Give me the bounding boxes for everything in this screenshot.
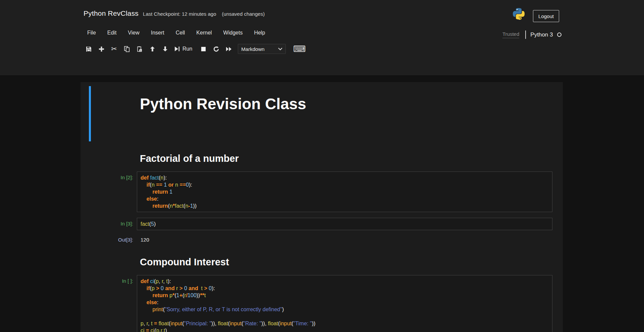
code-token: : [157, 196, 158, 202]
code-token: input [280, 321, 291, 326]
code-token: , [144, 321, 147, 326]
code-token: , [159, 278, 162, 284]
code-token: ) [282, 307, 284, 312]
code-token: if [147, 285, 150, 291]
code-token: float [218, 321, 228, 326]
code-token [141, 189, 153, 195]
restart-kernel-button[interactable] [212, 44, 220, 54]
code-token: else [147, 196, 157, 202]
save-icon [86, 46, 92, 52]
code-line: return(n*fact(n-1)) [141, 202, 549, 209]
code-token: "Rate: " [243, 321, 261, 326]
save-button[interactable] [85, 44, 92, 54]
keyboard-shortcuts-button[interactable]: ⌨ [293, 44, 306, 54]
code-token: fact [175, 203, 183, 209]
menu-file[interactable]: File [87, 30, 96, 36]
code-token: 0 [209, 285, 212, 291]
code-line: print("Sorry, either of P, R, or T is no… [141, 306, 549, 313]
unsaved-changes-label: (unsaved changes) [222, 11, 265, 17]
code-input[interactable]: fact(5) [137, 218, 552, 230]
code-token: : [157, 300, 158, 305]
code-token: fact [150, 175, 159, 181]
code-token: p [156, 328, 159, 332]
code-cell[interactable]: In [3]:fact(5)Out[3]:120 [80, 218, 563, 245]
code-token: t [204, 292, 206, 298]
markdown-cell[interactable]: Compound Interest [80, 245, 563, 275]
run-cell-button[interactable]: Run [174, 44, 192, 54]
menu-view[interactable]: View [128, 30, 139, 36]
code-token: ) [165, 328, 167, 332]
code-token: 0 [184, 285, 187, 291]
code-token: else [147, 300, 157, 305]
code-token: 1 [164, 182, 167, 188]
restart-run-all-button[interactable] [225, 44, 232, 54]
code-token: def [141, 175, 150, 181]
code-token [141, 300, 147, 305]
code-token [141, 314, 142, 319]
menu-bar: File Edit View Insert Cell Kernel Widget… [87, 30, 265, 36]
interrupt-kernel-button[interactable] [200, 44, 207, 54]
code-token: ): [168, 278, 171, 284]
code-token: 0 [161, 285, 164, 291]
code-token: p [169, 292, 172, 298]
paste-cells-button[interactable] [136, 44, 143, 54]
menu-edit[interactable]: Edit [107, 30, 117, 36]
menu-cell[interactable]: Cell [176, 30, 185, 36]
code-line: return p*(1+(r/100))**t [141, 292, 549, 299]
notebook-title[interactable]: Python RevClass [84, 9, 139, 17]
markdown-cell[interactable]: Factorial of a number [80, 141, 563, 172]
checkpoint-status: Last Checkpoint: 12 minutes ago [143, 11, 216, 17]
kernel-status-area: Trusted Python 3 [502, 30, 561, 39]
code-input[interactable]: def ci(p, r, t): if(p > 0 and r > 0 and … [137, 275, 552, 332]
logout-button[interactable]: Logout [533, 10, 559, 22]
code-token [141, 196, 147, 202]
cut-cells-icon: ✂ [111, 46, 117, 53]
menu-help[interactable]: Help [254, 30, 265, 36]
code-token: float [159, 321, 169, 326]
code-token: == [156, 182, 162, 188]
keyboard-icon: ⌨ [293, 45, 306, 53]
cell-type-select[interactable]: Markdown [238, 44, 286, 54]
copy-cells-button[interactable] [123, 44, 130, 54]
code-token [141, 285, 147, 291]
code-token: p [152, 285, 155, 291]
kernel-name: Python 3 [530, 31, 553, 38]
code-token: if [147, 182, 150, 188]
add-cell-button[interactable] [98, 44, 105, 54]
code-token: input [230, 321, 241, 326]
menu-insert[interactable]: Insert [151, 30, 164, 36]
code-line: else: [141, 195, 549, 202]
code-cell[interactable]: In [2]:def fact(n): if(n == 1 or n ==0):… [80, 172, 563, 212]
code-token: ) [154, 221, 156, 227]
code-line: else: [141, 299, 549, 306]
cut-cells-button[interactable]: ✂ [110, 44, 118, 54]
code-token: )), [211, 321, 218, 326]
code-line: ci = ci(p,r,t) [141, 327, 549, 332]
code-token: 100 [187, 292, 197, 298]
code-token: 1 [169, 189, 172, 195]
trusted-badge[interactable]: Trusted [502, 31, 519, 38]
move-cell-up-button[interactable] [149, 44, 156, 54]
code-line: return 1 [141, 188, 549, 195]
code-cell[interactable]: In [ ]:def ci(p, r, t): if(p > 0 and r >… [80, 275, 563, 332]
code-token: 0 [186, 182, 189, 188]
code-token: ci [141, 328, 145, 332]
move-cell-down-button[interactable] [161, 44, 169, 54]
input-prompt: In [2]: [80, 172, 137, 180]
code-token: 5 [151, 221, 154, 227]
code-token [141, 307, 153, 312]
code-token: + [179, 292, 182, 298]
menu-kernel[interactable]: Kernel [196, 30, 212, 36]
chevron-down-icon [278, 48, 282, 51]
code-token: p [156, 278, 159, 284]
code-token: )) [197, 292, 200, 298]
menu-widgets[interactable]: Widgets [223, 30, 243, 36]
markdown-cell[interactable]: Python Revision Class [80, 86, 563, 141]
code-line: if(n == 1 or n ==0): [141, 181, 549, 188]
code-token: return [153, 203, 168, 209]
code-token: float [268, 321, 278, 326]
code-input[interactable]: def fact(n): if(n == 1 or n ==0): return… [137, 172, 552, 212]
paste-cells-icon [137, 46, 143, 52]
python-logo [512, 7, 525, 20]
code-line: fact(5) [141, 220, 549, 227]
